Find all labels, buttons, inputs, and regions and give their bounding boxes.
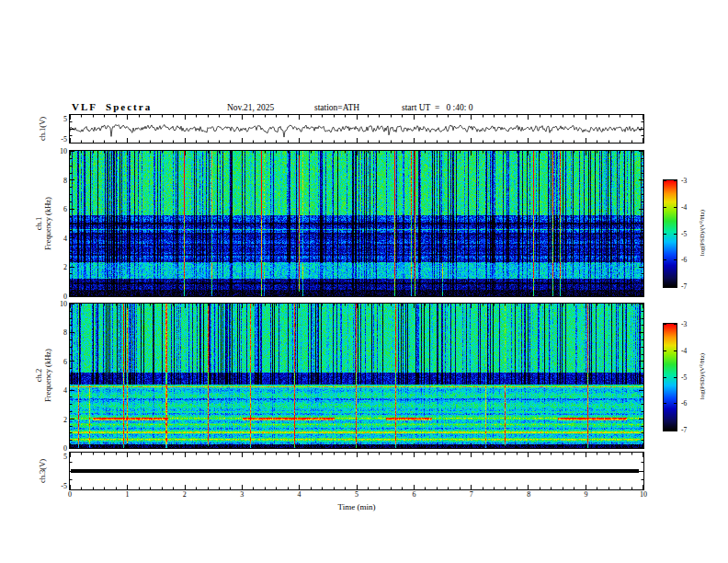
colorbar-tick-label: -3 — [681, 177, 687, 185]
colorbar-1-label: log(PSD)/(V²/Hz) — [699, 210, 706, 256]
colorbar-tick-label: -4 — [681, 202, 687, 211]
x-tick-label: 9 — [585, 490, 588, 499]
x-tick-label: 3 — [240, 490, 244, 499]
ch3-waveform-canvas — [70, 453, 643, 489]
x-tick-label: 8 — [527, 490, 530, 499]
colorbar-tick-label: -5 — [681, 373, 687, 381]
ch1-spectrogram-panel — [69, 150, 644, 297]
vlf-spectra-figure: VLF Spectra Nov.21, 2025 station=ATH sta… — [0, 0, 728, 563]
ch1-axis-label-line1: ch.1 — [34, 197, 43, 250]
colorbar-2 — [663, 323, 677, 431]
ch1-spectrogram-axis-label: ch.1 Frequency (kHz) — [34, 197, 52, 250]
y-tick-label: 8 — [63, 176, 67, 184]
y-tick-label: 8 — [63, 328, 67, 337]
y-tick-label: 6 — [63, 357, 67, 365]
start-ut-label: start UT = 0 :40: 0 — [402, 103, 472, 112]
colorbar-tick-label: -7 — [681, 426, 687, 434]
ch2-spectrogram-axis-label: ch.2 Frequency (kHz) — [34, 349, 52, 402]
x-tick-label: 1 — [125, 490, 129, 499]
date-label: Nov.21, 2025 — [227, 103, 274, 112]
y-tick-label: 4 — [63, 234, 67, 242]
y-tick-label: 6 — [63, 205, 67, 213]
colorbar-2-canvas — [664, 324, 677, 431]
x-tick-label: 4 — [298, 490, 301, 499]
ch3-waveform-panel — [69, 452, 644, 490]
ch2-axis-label-line1: ch.2 — [34, 349, 43, 402]
ch2-spectrogram-panel — [69, 303, 644, 449]
ch1-spectrogram-canvas — [70, 151, 643, 296]
colorbar-tick-label: -6 — [681, 256, 687, 264]
y-tick-label: 0 — [63, 444, 67, 453]
y-tick-label: -5 — [61, 482, 67, 490]
y-tick-label: 10 — [60, 300, 67, 308]
y-tick-label: 2 — [63, 263, 67, 271]
colorbar-tick-label: -6 — [681, 399, 687, 408]
ch1-waveform-canvas — [70, 115, 643, 143]
ch3-voltage-axis-label: ch.3(V) — [38, 459, 47, 483]
x-tick-label: 2 — [183, 490, 187, 499]
x-tick-label: 6 — [412, 490, 415, 499]
x-tick-label: 5 — [355, 490, 358, 499]
ch2-spectrogram-canvas — [70, 304, 643, 448]
x-axis-title: Time (min) — [338, 502, 376, 511]
figure-title: VLF Spectra — [72, 101, 152, 112]
colorbar-1 — [663, 179, 677, 288]
colorbar-tick-label: -5 — [681, 229, 687, 237]
x-tick-label: 0 — [68, 490, 72, 499]
y-tick-label: 5 — [63, 115, 67, 123]
colorbar-tick-label: -4 — [681, 346, 687, 354]
ch1-waveform-panel — [69, 114, 644, 144]
colorbar-tick-label: -7 — [681, 282, 687, 291]
ch1-voltage-axis-label: ch.1(V) — [38, 117, 47, 141]
y-tick-label: 2 — [63, 415, 67, 423]
colorbar-1-canvas — [664, 180, 677, 287]
y-tick-label: -5 — [61, 135, 67, 144]
colorbar-2-label: log(PSD)/(V²/Hz) — [699, 353, 706, 399]
x-tick-label: 7 — [470, 490, 473, 499]
y-tick-label: 5 — [63, 453, 67, 461]
ch1-axis-label-line2: Frequency (kHz) — [43, 197, 52, 250]
y-tick-label: 4 — [63, 386, 67, 395]
colorbar-tick-label: -3 — [681, 320, 687, 328]
x-tick-label: 10 — [640, 490, 647, 499]
station-label: station=ATH — [314, 103, 359, 112]
ch2-axis-label-line2: Frequency (kHz) — [43, 349, 52, 402]
y-tick-label: 10 — [60, 147, 67, 155]
